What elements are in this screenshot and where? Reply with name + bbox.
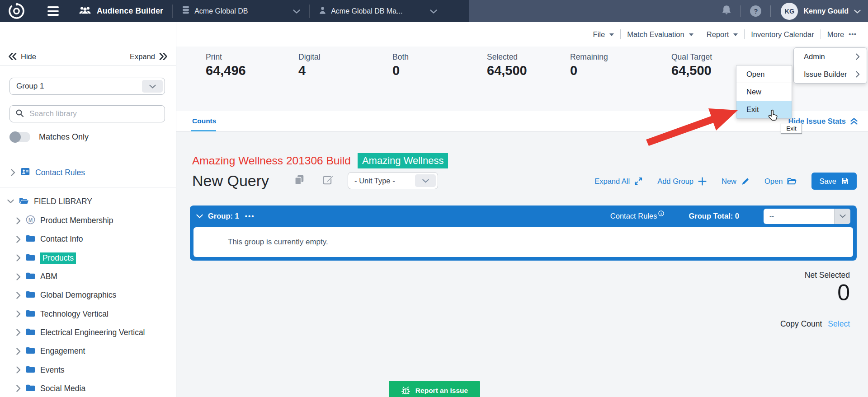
chevron-right-icon: [16, 273, 21, 280]
svg-text:M: M: [28, 217, 33, 223]
caret-down-icon: [609, 33, 614, 36]
ellipsis-icon: •••: [849, 31, 857, 38]
chevron-right-icon: [16, 329, 21, 336]
mailing-selector-value: Acme Global DB Ma...: [331, 7, 402, 15]
menu-item-admin[interactable]: Admin: [794, 48, 867, 65]
database-selector[interactable]: Acme Global DB: [182, 5, 300, 17]
new-query-button[interactable]: New: [722, 177, 750, 186]
report-issue-button[interactable]: Report an Issue: [389, 381, 480, 397]
menu-divider: [700, 29, 700, 39]
active-tab-underline: [191, 130, 216, 131]
group-header: Group: 1 ••• Contact Rules Group Total: …: [190, 206, 857, 227]
chevron-right-icon: [16, 310, 21, 318]
query-builder-content: Amazing Wellness 201306 Build Amazing We…: [176, 131, 868, 397]
tree-item-products[interactable]: Products: [0, 249, 175, 267]
notifications-bell-icon[interactable]: [722, 5, 731, 18]
group-contact-rules[interactable]: Contact Rules: [610, 212, 665, 220]
tree-item-contact-info[interactable]: Contact Info: [0, 230, 175, 248]
folder-icon: [26, 272, 35, 281]
group-select[interactable]: Group 1: [9, 78, 165, 95]
open-folder-icon: [19, 197, 29, 206]
group-body: This group is currently empty.: [193, 227, 853, 257]
navbar-left: Audience Builder Acme Global DB: [0, 0, 469, 22]
menu-file[interactable]: File: [593, 30, 614, 39]
plus-icon: [698, 177, 707, 186]
main-menubar: File Match Evaluation Report Inventory C…: [176, 22, 868, 47]
copy-count-select-link[interactable]: Select: [828, 319, 850, 329]
top-navbar: Audience Builder Acme Global DB: [0, 0, 868, 22]
menu-item-open[interactable]: Open: [736, 65, 792, 83]
menu-divider: [821, 29, 821, 39]
build-title: Amazing Wellness 201306 Build: [192, 154, 351, 167]
expand-diagonal-icon: [634, 177, 642, 185]
stat-remaining: Remaining0: [570, 52, 608, 78]
chevron-down-icon[interactable]: [854, 7, 861, 15]
menu-item-exit[interactable]: Exit: [736, 101, 792, 118]
add-group-button[interactable]: Add Group: [657, 177, 707, 186]
chevron-right-icon: [16, 385, 21, 392]
expand-sidebar-button[interactable]: Expand: [130, 52, 168, 61]
folder-icon: [26, 346, 35, 356]
m-circle-icon: M: [26, 215, 35, 226]
search-input[interactable]: [28, 109, 146, 119]
sidebar-divider: [0, 65, 176, 66]
mailing-selector[interactable]: Acme Global DB Ma...: [319, 6, 437, 16]
navbar-divider: [770, 5, 771, 17]
folder-icon: [26, 328, 35, 337]
double-chevron-right-icon: [159, 53, 168, 60]
app-title-group: Audience Builder: [79, 6, 163, 17]
more-dropdown-menu: Admin Issue Builder: [793, 47, 867, 84]
chevron-right-icon: [11, 169, 15, 176]
matches-only-row: Matches Only: [9, 129, 89, 145]
sidebar-divider: [0, 187, 176, 187]
unit-type-select[interactable]: - Unit Type -: [348, 172, 438, 189]
menu-item-new[interactable]: New: [736, 83, 792, 101]
open-folder-icon: [787, 177, 797, 185]
menu-item-issue-builder[interactable]: Issue Builder: [794, 65, 867, 83]
group-operator-select[interactable]: --: [764, 209, 850, 224]
sidebar-item-field-library[interactable]: FIELD LIBRARY: [0, 193, 92, 210]
sidebar-item-contact-rules[interactable]: Contact Rules: [0, 164, 85, 181]
menu-inventory-calendar[interactable]: Inventory Calendar: [751, 30, 814, 39]
database-badge: Amazing Wellness: [358, 153, 448, 168]
matches-only-toggle[interactable]: [9, 132, 30, 142]
group-options-icon[interactable]: •••: [245, 212, 255, 220]
brand-logo-icon[interactable]: [8, 3, 25, 19]
navbar-right: ? KG Kenny Gould: [469, 0, 868, 22]
menu-more[interactable]: More•••: [827, 30, 857, 39]
file-dropdown-menu: Open New Exit: [736, 65, 792, 119]
help-icon[interactable]: ?: [750, 5, 761, 17]
tree-item-events[interactable]: Events: [0, 360, 175, 379]
copy-icon[interactable]: [294, 174, 304, 187]
group-title: Group: 1: [208, 212, 239, 220]
tree-item-social-media[interactable]: Social Media: [0, 379, 175, 397]
save-button[interactable]: Save: [811, 173, 857, 190]
chevron-right-icon: [16, 348, 21, 355]
menu-match-evaluation[interactable]: Match Evaluation: [627, 30, 693, 39]
chevron-down-icon[interactable]: [196, 214, 203, 219]
tree-item-abm[interactable]: ABM: [0, 267, 175, 286]
tree-item-technology-vertical[interactable]: Technology Vertical: [0, 304, 175, 323]
contact-card-icon: [21, 168, 30, 177]
chevron-right-icon: [16, 292, 21, 299]
net-selected-label: Net Selected: [805, 271, 850, 280]
audience-builder-app: Audience Builder Acme Global DB: [0, 0, 868, 397]
user-avatar[interactable]: KG: [781, 3, 798, 20]
hide-sidebar-button[interactable]: Hide: [8, 52, 36, 61]
tree-item-engagement[interactable]: Engagement: [0, 342, 175, 360]
edit-icon[interactable]: [322, 174, 333, 187]
tree-item-product-membership[interactable]: M Product Membership: [0, 211, 175, 230]
hamburger-menu-icon[interactable]: [47, 6, 59, 16]
tree-item-electrical-engineering-vertical[interactable]: Electrical Engineering Vertical: [0, 323, 175, 342]
chevron-right-icon: [856, 53, 860, 60]
highlighted-item-label: Products: [40, 252, 76, 264]
expand-all-button[interactable]: Expand All: [594, 177, 642, 186]
navbar-divider: [741, 5, 741, 17]
chevron-down-icon: [293, 7, 300, 15]
library-search: [9, 105, 165, 122]
menu-report[interactable]: Report: [707, 30, 738, 39]
navbar-divider: [309, 5, 310, 18]
tab-counts[interactable]: Counts: [192, 111, 216, 131]
tree-item-global-demographics[interactable]: Global Demographics: [0, 286, 175, 304]
open-query-button[interactable]: Open: [764, 177, 797, 186]
